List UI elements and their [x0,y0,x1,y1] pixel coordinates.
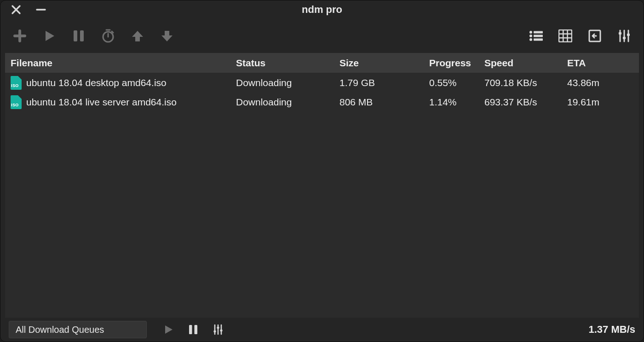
table-row[interactable]: ubuntu 18.04 live server amd64.isoDownlo… [5,93,639,112]
grid-view-button[interactable] [556,27,575,45]
col-eta[interactable]: ETA [562,53,617,73]
cell-status: Downloading [230,73,334,93]
table-header: Filename Status Size Progress Speed ETA [5,53,639,73]
list-view-button[interactable] [527,27,545,45]
titlebar: ndm pro [0,0,644,19]
cell-eta: 43.86m [562,73,617,93]
cell-eta: 19.61m [562,93,617,112]
queue-pause-button[interactable] [185,322,201,337]
move-up-button[interactable] [128,27,147,45]
svg-rect-26 [195,325,198,334]
filename-text: ubuntu 18.04 live server amd64.iso [26,97,177,108]
svg-rect-2 [80,30,84,41]
cell-status: Downloading [230,93,334,112]
svg-rect-10 [534,35,543,37]
svg-rect-1 [74,30,77,41]
col-size[interactable]: Size [334,53,424,73]
window-title: ndm pro [0,4,644,16]
settings-button[interactable] [615,27,633,45]
svg-rect-24 [627,34,630,36]
svg-rect-30 [214,330,216,332]
svg-point-9 [529,35,532,37]
col-filename[interactable]: Filename [5,53,230,73]
add-button[interactable] [11,27,29,45]
queue-label: All Download Queues [16,325,104,335]
filename-text: ubuntu 18.04 desktop amd64.iso [26,77,167,88]
play-button[interactable] [40,27,58,45]
svg-point-7 [529,31,532,34]
svg-rect-8 [534,31,543,34]
queue-play-button[interactable] [161,322,176,337]
iso-file-icon [11,95,22,109]
cell-size: 806 MB [334,93,424,112]
pause-button[interactable] [69,27,88,45]
cell-filename: ubuntu 18.04 live server amd64.iso [5,93,230,112]
col-status[interactable]: Status [230,53,334,73]
footer: All Download Queues 1.37 MB/s [0,318,644,342]
col-speed[interactable]: Speed [479,53,562,73]
import-button[interactable] [586,27,604,45]
svg-rect-25 [189,325,192,334]
svg-point-11 [529,38,532,41]
col-progress[interactable]: Progress [424,53,479,73]
svg-rect-32 [220,330,223,331]
app-window: ndm pro [0,0,644,342]
toolbar [0,19,644,53]
cell-speed: 693.37 KB/s [479,93,562,112]
cell-progress: 0.55% [424,73,479,93]
queue-selector[interactable]: All Download Queues [9,321,147,338]
total-speed: 1.37 MB/s [589,324,636,336]
cell-size: 1.79 GB [334,73,424,93]
close-icon[interactable] [7,0,25,19]
queue-settings-button[interactable] [210,322,226,337]
svg-rect-23 [623,37,626,39]
svg-rect-13 [559,30,572,42]
table-row[interactable]: ubuntu 18.04 desktop amd64.isoDownloadin… [5,73,639,93]
move-down-button[interactable] [158,27,176,45]
svg-rect-12 [534,39,543,41]
svg-rect-22 [619,32,621,35]
iso-file-icon [11,76,22,90]
timer-button[interactable] [99,27,117,45]
cell-speed: 709.18 KB/s [479,73,562,93]
table-body: ubuntu 18.04 desktop amd64.isoDownloadin… [5,73,639,318]
svg-line-6 [112,31,113,33]
svg-rect-31 [217,327,219,329]
cell-progress: 1.14% [424,93,479,112]
minimize-icon[interactable] [32,0,50,19]
cell-filename: ubuntu 18.04 desktop amd64.iso [5,73,230,93]
downloads-table: Filename Status Size Progress Speed ETA … [5,53,639,318]
